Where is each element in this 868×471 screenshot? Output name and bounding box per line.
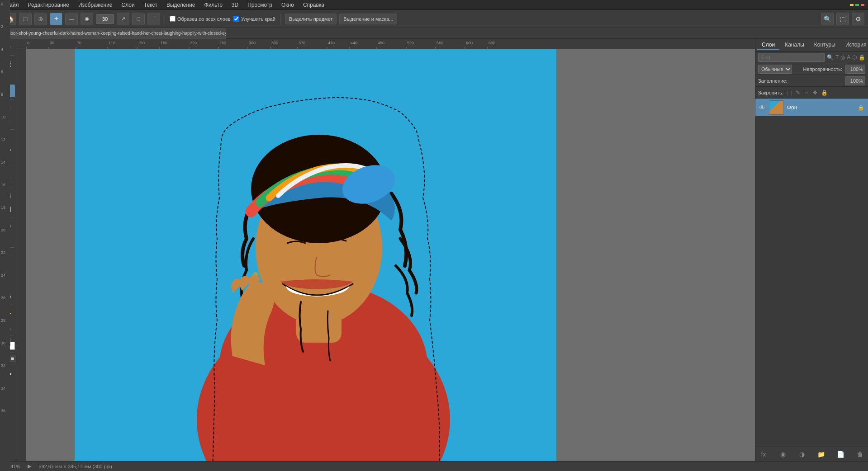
brush-tool-select[interactable]: ◉ [81,13,93,25]
tab-layers[interactable]: Слои [757,40,779,50]
status-bar: 19,41% ▶ 592,67 мм × 395,14 мм (300 рpi) [0,461,868,471]
arrange-button[interactable]: ⬚ [836,13,849,25]
maximize-button[interactable] [855,4,859,6]
menu-select[interactable]: Выделение [165,1,197,9]
lock-transparent-button[interactable]: ⬚ [787,89,792,96]
tab-bar: indoor-shot-young-cheerful-dark-haired-w… [0,28,868,39]
brush-mode-extra[interactable]: ◌ [132,13,145,25]
menu-3d[interactable]: 3D [230,1,240,9]
menu-window[interactable]: Окно [280,1,296,9]
menu-view[interactable]: Просмотр [246,1,274,9]
panel-tabs: Слои Каналы Контуры История Операции ≫ [755,39,868,52]
layer-mask-button[interactable]: ◉ [778,450,787,459]
search-button[interactable]: 🔍 [821,13,834,25]
svg-text:30: 30 [50,41,54,45]
layers-list: 👁 Фон 🔒 [755,99,868,447]
svg-text:110: 110 [109,41,115,45]
fill-input[interactable] [845,76,865,85]
search-icon[interactable]: 🔍 [827,53,834,62]
select-subject-button[interactable]: Выделить предмет [285,14,337,24]
filter-adjust-icon[interactable]: ◎ [840,53,845,62]
lock-text: Закрепить: [758,90,783,95]
tab-history[interactable]: История [841,40,868,50]
layer-adjustment-button[interactable]: ◑ [797,450,806,459]
blend-mode-select[interactable]: Обычные [758,65,792,74]
menu-filter[interactable]: Фильтр [203,1,224,9]
ruler-corner [16,39,26,49]
brush-angle[interactable]: ↗ [117,13,129,25]
filter-lock-icon[interactable]: 🔒 [859,53,865,62]
filter-text-icon[interactable]: A [847,53,850,62]
menu-text[interactable]: Текст [142,1,159,9]
layer-lock-icon: 🔒 [858,104,864,111]
filter-vector-icon[interactable]: ⬡ [852,53,857,62]
brush-preset-picker[interactable]: ⬚ [19,13,32,25]
svg-text:0: 0 [27,41,29,45]
layer-fx-button[interactable]: fx [759,450,768,459]
brush-mode-subtract[interactable]: — [65,13,78,25]
svg-text:300: 300 [249,41,256,45]
selection-mask-button[interactable]: Выделение и маска... [339,14,397,24]
layer-thumb-preview [769,101,783,114]
woman-figure-svg [75,49,556,461]
fill-row: Заполнение: [755,75,868,87]
tab-paths[interactable]: Контуры [810,40,840,50]
svg-text:410: 410 [328,41,335,45]
layer-name-label: Фон [787,104,854,111]
title-bar: Файл Редактирование Изображение Слои Тек… [0,0,868,10]
lock-all-button[interactable]: 🔒 [821,89,828,96]
window-controls [850,4,864,6]
layer-thumbnail [769,100,783,115]
layer-delete-button[interactable]: 🗑 [855,450,864,459]
opacity-input[interactable] [845,65,865,74]
brush-options[interactable]: ◎ [34,13,47,25]
enhance-edge-checkbox[interactable]: Улучшить край [233,16,275,22]
svg-text:180: 180 [161,41,167,45]
minimize-button[interactable] [850,4,854,6]
brush-mode-dots[interactable]: ⋮ [147,13,160,25]
menu-help[interactable]: Справка [301,1,326,9]
blend-mode-row: Обычные Непрозрачность: [755,63,868,75]
separator-2 [280,13,280,25]
ruler-horizontal: 0 30 70 110 150 180 220 2 [26,39,755,49]
ruler-row: 0 30 70 110 150 180 220 2 [16,39,755,49]
document-tab[interactable]: indoor-shot-young-cheerful-dark-haired-w… [0,28,226,39]
workspace-button[interactable]: ⚙ [852,13,864,25]
filter-type-icon[interactable]: T [835,53,839,62]
status-arrow[interactable]: ▶ [28,463,31,469]
layer-group-button[interactable]: 📁 [817,450,826,459]
enhance-edge-input[interactable] [233,16,239,22]
tab-channels[interactable]: Каналы [780,40,809,50]
canvas-container[interactable] [26,49,755,461]
lock-position-button[interactable]: ✥ [813,89,817,96]
canvas-document [75,49,556,461]
layer-new-button[interactable]: 📄 [836,450,845,459]
svg-text:220: 220 [190,41,197,45]
svg-rect-0 [26,39,755,49]
svg-text:70: 70 [77,41,81,45]
svg-text:330: 330 [271,41,278,45]
layer-item[interactable]: 👁 Фон 🔒 [755,99,868,117]
brush-mode-add[interactable]: ✚ [50,13,62,25]
document-dimensions: 592,67 мм × 395,14 мм (300 рpi) [38,464,112,469]
close-button[interactable] [861,4,864,6]
lock-image-button[interactable]: ✎ [796,89,800,96]
canvas-area-wrapper: 0 30 70 110 150 180 220 2 [16,39,755,461]
menu-edit[interactable]: Редактирование [26,1,71,9]
sample-all-layers-input[interactable] [170,16,175,22]
menu-image[interactable]: Изображение [76,1,114,9]
svg-text:560: 560 [436,41,443,45]
layers-search-bar: 🔍 T ◎ A ⬡ 🔒 [755,52,868,63]
svg-text:150: 150 [138,41,145,45]
right-panel: Слои Каналы Контуры История Операции ≫ 🔍… [755,39,868,461]
layers-search-input[interactable] [758,53,825,62]
brush-size-input[interactable]: 30 [96,14,114,24]
svg-text:630: 630 [489,41,495,45]
lock-artboard-button[interactable]: ↔ [804,89,809,96]
sample-all-layers-checkbox[interactable]: Образец со всех слоев [170,16,231,22]
svg-text:440: 440 [351,41,357,45]
layer-visibility-toggle[interactable]: 👁 [759,104,765,111]
options-bar: 🏠 ⬚ ◎ ✚ — ◉ 30 ↗ ◌ ⋮ Образец со всех сло… [0,10,868,28]
photo-background [75,49,556,461]
menu-layers[interactable]: Слои [120,1,137,9]
